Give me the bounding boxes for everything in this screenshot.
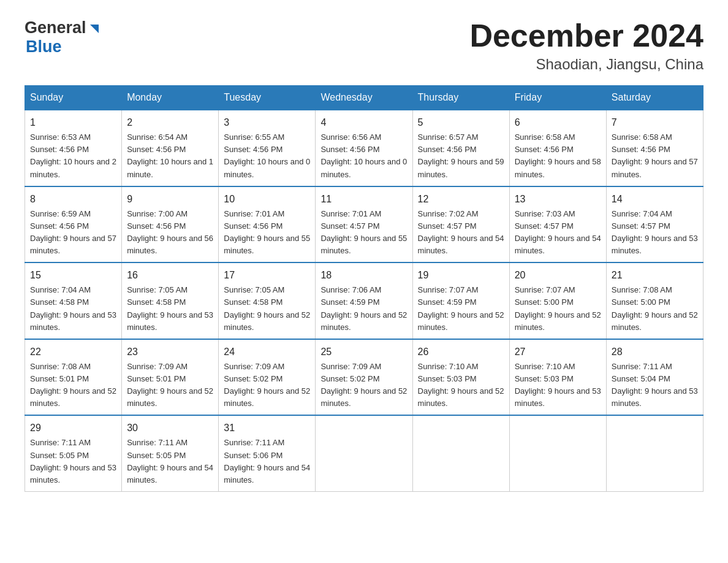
location-title: Shaodian, Jiangsu, China <box>469 56 703 73</box>
month-title: December 2024 <box>469 18 703 53</box>
calendar-cell: 7Sunrise: 6:58 AMSunset: 4:56 PMDaylight… <box>606 110 703 186</box>
day-number: 2 <box>127 115 213 130</box>
day-number: 19 <box>418 268 504 283</box>
day-info: Sunrise: 7:04 AMSunset: 4:57 PMDaylight:… <box>612 208 698 258</box>
day-info: Sunrise: 7:07 AMSunset: 4:59 PMDaylight:… <box>418 284 504 334</box>
day-number: 20 <box>515 268 601 283</box>
day-number: 23 <box>127 345 213 359</box>
calendar-table: SundayMondayTuesdayWednesdayThursdayFrid… <box>25 85 703 492</box>
calendar-cell: 8Sunrise: 6:59 AMSunset: 4:56 PMDaylight… <box>25 186 122 263</box>
logo-general-text: General <box>25 18 86 37</box>
day-number: 3 <box>224 115 310 130</box>
day-number: 11 <box>320 192 407 207</box>
day-info: Sunrise: 7:01 AMSunset: 4:57 PMDaylight:… <box>320 208 407 258</box>
day-number: 13 <box>515 192 601 207</box>
day-number: 30 <box>127 421 213 435</box>
day-number: 27 <box>515 345 601 359</box>
day-info: Sunrise: 7:08 AMSunset: 5:01 PMDaylight:… <box>30 361 116 410</box>
calendar-week-row: 22Sunrise: 7:08 AMSunset: 5:01 PMDayligh… <box>25 339 703 416</box>
day-info: Sunrise: 6:59 AMSunset: 4:56 PMDaylight:… <box>30 208 116 258</box>
day-number: 10 <box>224 192 310 207</box>
day-info: Sunrise: 7:06 AMSunset: 4:59 PMDaylight:… <box>320 284 407 334</box>
day-info: Sunrise: 7:10 AMSunset: 5:03 PMDaylight:… <box>418 361 504 410</box>
day-number: 28 <box>612 345 698 359</box>
calendar-cell: 31Sunrise: 7:11 AMSunset: 5:06 PMDayligh… <box>219 415 316 491</box>
day-info: Sunrise: 7:11 AMSunset: 5:05 PMDaylight:… <box>127 437 213 486</box>
day-info: Sunrise: 7:08 AMSunset: 5:00 PMDaylight:… <box>612 284 698 334</box>
day-number: 9 <box>127 192 213 207</box>
day-info: Sunrise: 7:01 AMSunset: 4:56 PMDaylight:… <box>224 208 310 258</box>
calendar-cell <box>412 415 509 491</box>
day-number: 1 <box>30 115 116 130</box>
calendar-cell: 13Sunrise: 7:03 AMSunset: 4:57 PMDayligh… <box>509 186 606 263</box>
day-info: Sunrise: 7:11 AMSunset: 5:04 PMDaylight:… <box>612 361 698 410</box>
calendar-week-row: 1Sunrise: 6:53 AMSunset: 4:56 PMDaylight… <box>25 110 703 186</box>
calendar-cell: 20Sunrise: 7:07 AMSunset: 5:00 PMDayligh… <box>509 262 606 339</box>
calendar-cell: 27Sunrise: 7:10 AMSunset: 5:03 PMDayligh… <box>509 339 606 416</box>
calendar-cell: 15Sunrise: 7:04 AMSunset: 4:58 PMDayligh… <box>25 262 122 339</box>
weekday-header-saturday: Saturday <box>606 86 703 110</box>
day-number: 5 <box>418 115 504 130</box>
day-number: 12 <box>418 192 504 207</box>
calendar-cell: 30Sunrise: 7:11 AMSunset: 5:05 PMDayligh… <box>122 415 219 491</box>
svg-marker-0 <box>90 25 99 33</box>
calendar-cell <box>509 415 606 491</box>
day-number: 24 <box>224 345 310 359</box>
day-info: Sunrise: 6:54 AMSunset: 4:56 PMDaylight:… <box>127 131 213 181</box>
day-number: 7 <box>612 115 698 130</box>
calendar-cell: 17Sunrise: 7:05 AMSunset: 4:58 PMDayligh… <box>219 262 316 339</box>
day-number: 22 <box>30 345 116 359</box>
logo-triangle-icon <box>88 22 101 36</box>
day-info: Sunrise: 6:56 AMSunset: 4:56 PMDaylight:… <box>320 131 407 181</box>
calendar-cell: 25Sunrise: 7:09 AMSunset: 5:02 PMDayligh… <box>316 339 412 416</box>
weekday-header-sunday: Sunday <box>25 86 122 110</box>
header: General Blue December 2024 Shaodian, Jia… <box>25 18 703 73</box>
calendar-cell: 11Sunrise: 7:01 AMSunset: 4:57 PMDayligh… <box>316 186 412 263</box>
day-number: 18 <box>320 268 407 283</box>
weekday-header-thursday: Thursday <box>412 86 509 110</box>
day-info: Sunrise: 7:10 AMSunset: 5:03 PMDaylight:… <box>515 361 601 410</box>
calendar-cell: 10Sunrise: 7:01 AMSunset: 4:56 PMDayligh… <box>219 186 316 263</box>
logo: General Blue <box>25 18 101 56</box>
calendar-cell: 24Sunrise: 7:09 AMSunset: 5:02 PMDayligh… <box>219 339 316 416</box>
weekday-header-wednesday: Wednesday <box>316 86 412 110</box>
calendar-cell: 22Sunrise: 7:08 AMSunset: 5:01 PMDayligh… <box>25 339 122 416</box>
day-info: Sunrise: 6:58 AMSunset: 4:56 PMDaylight:… <box>612 131 698 181</box>
calendar-cell: 28Sunrise: 7:11 AMSunset: 5:04 PMDayligh… <box>606 339 703 416</box>
day-info: Sunrise: 6:53 AMSunset: 4:56 PMDaylight:… <box>30 131 116 181</box>
calendar-cell: 1Sunrise: 6:53 AMSunset: 4:56 PMDaylight… <box>25 110 122 186</box>
weekday-header-monday: Monday <box>122 86 219 110</box>
title-area: December 2024 Shaodian, Jiangsu, China <box>469 18 703 73</box>
day-info: Sunrise: 7:09 AMSunset: 5:01 PMDaylight:… <box>127 361 213 410</box>
day-info: Sunrise: 7:03 AMSunset: 4:57 PMDaylight:… <box>515 208 601 258</box>
weekday-header-row: SundayMondayTuesdayWednesdayThursdayFrid… <box>25 86 703 110</box>
calendar-week-row: 29Sunrise: 7:11 AMSunset: 5:05 PMDayligh… <box>25 415 703 491</box>
weekday-header-tuesday: Tuesday <box>219 86 316 110</box>
calendar-cell: 26Sunrise: 7:10 AMSunset: 5:03 PMDayligh… <box>412 339 509 416</box>
day-info: Sunrise: 7:02 AMSunset: 4:57 PMDaylight:… <box>418 208 504 258</box>
calendar-cell: 29Sunrise: 7:11 AMSunset: 5:05 PMDayligh… <box>25 415 122 491</box>
calendar-cell: 21Sunrise: 7:08 AMSunset: 5:00 PMDayligh… <box>606 262 703 339</box>
day-number: 16 <box>127 268 213 283</box>
day-info: Sunrise: 7:07 AMSunset: 5:00 PMDaylight:… <box>515 284 601 334</box>
calendar-cell: 2Sunrise: 6:54 AMSunset: 4:56 PMDaylight… <box>122 110 219 186</box>
day-number: 31 <box>224 421 310 435</box>
calendar-cell: 6Sunrise: 6:58 AMSunset: 4:56 PMDaylight… <box>509 110 606 186</box>
calendar-cell: 14Sunrise: 7:04 AMSunset: 4:57 PMDayligh… <box>606 186 703 263</box>
day-number: 15 <box>30 268 116 283</box>
weekday-header-friday: Friday <box>509 86 606 110</box>
calendar-cell: 23Sunrise: 7:09 AMSunset: 5:01 PMDayligh… <box>122 339 219 416</box>
day-number: 14 <box>612 192 698 207</box>
day-info: Sunrise: 6:58 AMSunset: 4:56 PMDaylight:… <box>515 131 601 181</box>
calendar-cell: 18Sunrise: 7:06 AMSunset: 4:59 PMDayligh… <box>316 262 412 339</box>
day-number: 25 <box>320 345 407 359</box>
day-info: Sunrise: 6:57 AMSunset: 4:56 PMDaylight:… <box>418 131 504 181</box>
calendar-week-row: 15Sunrise: 7:04 AMSunset: 4:58 PMDayligh… <box>25 262 703 339</box>
day-info: Sunrise: 7:05 AMSunset: 4:58 PMDaylight:… <box>224 284 310 334</box>
day-number: 8 <box>30 192 116 207</box>
logo-blue-text: Blue <box>26 37 62 56</box>
day-number: 21 <box>612 268 698 283</box>
day-number: 17 <box>224 268 310 283</box>
day-info: Sunrise: 7:11 AMSunset: 5:05 PMDaylight:… <box>30 437 116 486</box>
day-info: Sunrise: 7:11 AMSunset: 5:06 PMDaylight:… <box>224 437 310 486</box>
